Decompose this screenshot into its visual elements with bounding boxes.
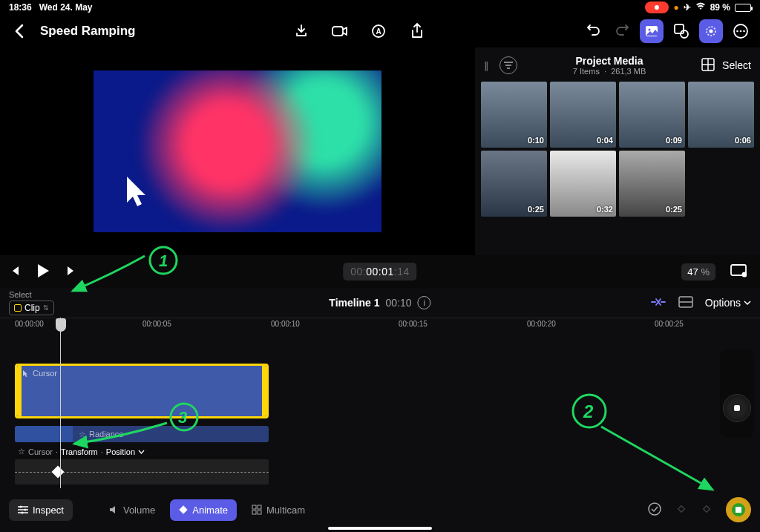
sidebar-toggle-icon[interactable]: ∥ — [484, 60, 489, 71]
page-title: Speed Ramping — [40, 24, 135, 39]
battery-icon — [735, 4, 751, 12]
svg-point-31 — [649, 503, 661, 515]
media-thumb[interactable]: 0:06 — [688, 82, 754, 148]
svg-rect-30 — [258, 510, 261, 514]
svg-rect-33 — [704, 505, 710, 511]
filter-button[interactable] — [499, 56, 517, 74]
grid-view-icon[interactable] — [701, 58, 715, 73]
preview-canvas — [94, 70, 381, 232]
inspect-button[interactable]: Inspect — [9, 499, 73, 521]
keyframe-track[interactable] — [15, 459, 269, 485]
cursor-graphic-icon — [123, 173, 153, 210]
viewer[interactable] — [0, 47, 475, 255]
effects-button[interactable] — [699, 19, 723, 43]
keyframe-diamond[interactable] — [52, 466, 65, 479]
more-button[interactable] — [730, 21, 751, 42]
svg-point-23 — [20, 506, 22, 508]
battery-pct: 89 % — [710, 2, 730, 13]
svg-rect-28 — [258, 505, 261, 509]
home-indicator — [328, 527, 432, 530]
timeline-title: Timeline 1 — [329, 297, 379, 309]
svg-rect-32 — [678, 505, 684, 511]
undo-button[interactable] — [583, 21, 604, 42]
playhead-marker[interactable] — [56, 318, 66, 332]
media-thumb[interactable]: 0:25 — [481, 151, 547, 217]
chevron-up-down-icon: ⇅ — [43, 304, 49, 312]
clip-radiance[interactable]: ☆ Radiance — [15, 426, 269, 442]
svg-rect-0 — [332, 27, 343, 36]
media-browser-button[interactable] — [640, 19, 664, 43]
add-keyframe-button[interactable] — [726, 497, 751, 522]
keyframe-parameter-row[interactable]: ☆ Cursor · Transform · Position — [15, 447, 760, 456]
timeline-duration: 00:10 — [386, 297, 412, 309]
cursor-clip-icon — [22, 370, 30, 378]
svg-point-10 — [736, 30, 738, 33]
camera-icon[interactable] — [330, 21, 350, 42]
back-button[interactable] — [9, 21, 30, 42]
timeline-ruler[interactable]: 00:00:00 00:00:05 00:00:10 00:00:15 00:0… — [0, 318, 760, 334]
chevron-down-icon — [138, 450, 145, 454]
svg-rect-27 — [252, 505, 256, 509]
select-button[interactable]: Select — [722, 59, 751, 71]
overlays-button[interactable] — [671, 21, 692, 42]
check-icon[interactable] — [647, 502, 662, 519]
svg-text:A: A — [376, 27, 381, 36]
zoom-display[interactable]: 47 % — [681, 263, 715, 280]
svg-rect-5 — [675, 24, 684, 33]
media-grid: 0:10 0:04 0:09 0:06 0:25 0:32 0:25 — [481, 82, 754, 217]
status-date: Wed 24. May — [39, 2, 93, 13]
recording-indicator-icon — [645, 1, 669, 13]
next-keyframe-icon[interactable] — [701, 503, 712, 517]
snapping-icon[interactable] — [650, 296, 666, 310]
svg-rect-29 — [252, 510, 256, 514]
jog-wheel[interactable] — [720, 349, 754, 438]
share-icon[interactable] — [407, 21, 428, 42]
options-button[interactable]: Options — [705, 297, 751, 309]
status-time: 18:36 — [9, 2, 32, 13]
select-mode-label: Select — [9, 290, 54, 299]
timeline-info-icon[interactable]: i — [418, 296, 431, 309]
clip-cursor[interactable]: Cursor — [15, 364, 269, 418]
next-frame-button[interactable] — [65, 265, 77, 279]
clip-label: Radiance — [89, 430, 123, 439]
svg-point-12 — [743, 30, 745, 33]
playhead-line — [60, 318, 61, 488]
svg-point-17 — [742, 272, 747, 277]
appearance-icon[interactable] — [678, 296, 693, 310]
airplane-icon: ✈ — [684, 2, 691, 13]
wifi-icon — [695, 2, 706, 13]
svg-point-25 — [22, 512, 24, 514]
prev-keyframe-icon[interactable] — [675, 503, 687, 517]
media-subtitle: 7 Items · 261,3 MB — [517, 67, 701, 76]
import-icon[interactable] — [291, 21, 312, 42]
multicam-button[interactable]: Multicam — [243, 499, 314, 521]
play-button[interactable] — [36, 263, 50, 281]
media-panel: ∥ Project Media 7 Items · 261,3 MB Selec… — [475, 47, 760, 255]
bottom-toolbar: Inspect Volume Animate Multicam — [0, 495, 760, 525]
svg-point-4 — [649, 29, 651, 31]
star-icon: ☆ — [79, 430, 86, 439]
svg-point-24 — [24, 509, 27, 511]
svg-point-11 — [740, 30, 742, 33]
animate-button[interactable]: Animate — [170, 499, 237, 521]
clip-mode-chip[interactable]: Clip ⇅ — [9, 301, 54, 315]
timeline-tracks[interactable]: Cursor ☆ Radiance ☆ Cursor · Transform ·… — [0, 334, 760, 505]
star-icon: ☆ — [18, 447, 25, 456]
media-title: Project Media — [517, 55, 701, 67]
clip-label: Cursor — [33, 369, 57, 378]
redo-button[interactable] — [612, 21, 632, 42]
media-thumb[interactable]: 0:09 — [619, 82, 685, 148]
voiceover-icon[interactable]: A — [368, 21, 389, 42]
timecode-display[interactable]: 00:00:01:14 — [343, 263, 416, 280]
svg-point-6 — [681, 30, 688, 38]
viewer-options-icon[interactable] — [730, 264, 747, 280]
orientation-lock-icon: ● — [673, 2, 678, 13]
jog-dial[interactable] — [723, 394, 751, 422]
media-thumb[interactable]: 0:25 — [619, 151, 685, 217]
volume-button[interactable]: Volume — [99, 499, 164, 521]
top-bar: Speed Ramping A — [0, 15, 760, 47]
media-thumb[interactable]: 0:10 — [481, 82, 547, 148]
prev-frame-button[interactable] — [9, 265, 21, 279]
media-thumb[interactable]: 0:04 — [550, 82, 616, 148]
media-thumb[interactable]: 0:32 — [550, 151, 616, 217]
